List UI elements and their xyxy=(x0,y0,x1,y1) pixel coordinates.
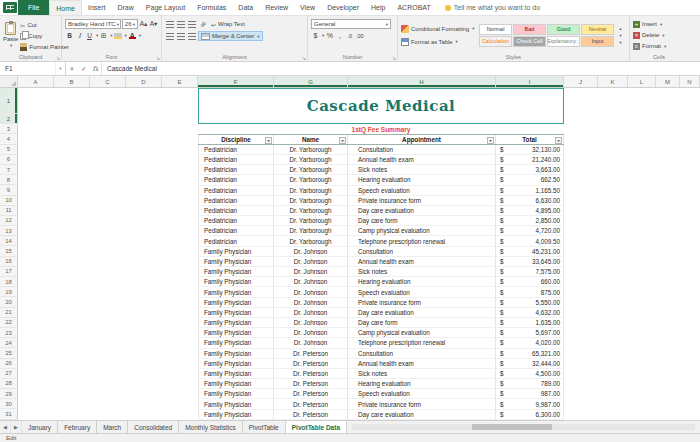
cell-total[interactable]: $ 1,635.00 xyxy=(496,318,564,327)
cell-discipline[interactable]: Family Physician xyxy=(198,287,274,296)
tell-me-box[interactable]: Tell me what you want to do xyxy=(445,0,540,15)
cell-total[interactable]: $ 65,321.00 xyxy=(496,349,564,358)
increase-font-size-button[interactable]: A▴ xyxy=(139,20,148,29)
cell-discipline[interactable]: Family Physician xyxy=(198,328,274,337)
cell-appointment[interactable]: Annual health exam xyxy=(348,155,496,164)
ribbon-tab-data[interactable]: Data xyxy=(232,0,259,15)
font-size-combo[interactable]: 26 ▾ xyxy=(122,19,138,29)
cell-appointment[interactable]: Annual health exam xyxy=(348,257,496,266)
cell-style-explanatory[interactable]: Explanatory... xyxy=(547,36,580,47)
cell-appointment[interactable]: Speech evaluation xyxy=(348,186,496,195)
table-row[interactable]: Pediatrician Dr. Yarborough Sick notes $… xyxy=(198,165,564,175)
select-all-corner[interactable] xyxy=(0,76,18,87)
cell-name[interactable]: Dr. Peterson xyxy=(274,369,348,378)
cell-name[interactable]: Dr. Johnson xyxy=(274,308,348,317)
merge-center-button[interactable]: Merge & Center ▾ xyxy=(198,31,263,41)
italic-button[interactable]: I xyxy=(75,31,84,40)
align-right-button[interactable] xyxy=(187,32,196,41)
ribbon-tab-file[interactable]: File xyxy=(18,0,49,15)
cell-appointment[interactable]: Camp physical evaluation xyxy=(348,328,496,337)
cell-discipline[interactable]: Family Physician xyxy=(198,277,274,286)
header-appointment[interactable]: Appointment xyxy=(348,135,496,143)
table-row[interactable]: Family Physician Dr. Johnson Consultatio… xyxy=(198,247,564,257)
cell-name[interactable]: Dr. Yarborough xyxy=(274,155,348,164)
cell-discipline[interactable]: Family Physician xyxy=(198,399,274,408)
number-format-combo[interactable]: General ▾ xyxy=(311,19,391,29)
row-header[interactable]: 13 xyxy=(0,226,17,236)
horizontal-scrollbar-thumb[interactable] xyxy=(472,424,552,430)
cell-name[interactable]: Dr. Peterson xyxy=(274,379,348,388)
table-row[interactable]: Family Physician Dr. Peterson Annual hea… xyxy=(198,359,564,369)
column-header[interactable]: K xyxy=(598,76,628,87)
cell-discipline[interactable]: Pediatrician xyxy=(198,236,274,245)
format-as-table-button[interactable]: Format as Table ▾ xyxy=(401,37,477,47)
cell-name[interactable]: Dr. Johnson xyxy=(274,298,348,307)
cell-appointment[interactable]: Day care evaluation xyxy=(348,308,496,317)
cell-name[interactable]: Dr. Yarborough xyxy=(274,216,348,225)
column-header[interactable]: N xyxy=(680,76,700,87)
cell-total[interactable]: $ 662.50 xyxy=(496,175,564,184)
cell-appointment[interactable]: Day care form xyxy=(348,318,496,327)
ribbon-tab-review[interactable]: Review xyxy=(259,0,294,15)
header-discipline[interactable]: Discipline xyxy=(198,135,274,143)
row-header[interactable]: 25 xyxy=(0,348,17,358)
ribbon-tab-view[interactable]: View xyxy=(294,0,321,15)
conditional-formatting-button[interactable]: Conditional Formatting ▾ xyxy=(401,24,477,34)
insert-function-icon[interactable]: fx xyxy=(90,62,102,75)
cell-name[interactable]: Dr. Yarborough xyxy=(274,206,348,215)
align-left-button[interactable] xyxy=(165,32,174,41)
sheet-tab-january[interactable]: January xyxy=(22,421,58,433)
table-row[interactable]: Family Physician Dr. Peterson Sick notes… xyxy=(198,369,564,379)
ribbon-tab-formulas[interactable]: Formulas xyxy=(191,0,232,15)
cell-appointment[interactable]: Private insurance form xyxy=(348,196,496,205)
align-center-button[interactable] xyxy=(176,32,185,41)
wrap-text-button[interactable]: Wrap Text xyxy=(209,19,247,29)
sheet-tab-march[interactable]: March xyxy=(97,421,128,433)
cell-discipline[interactable]: Family Physician xyxy=(198,389,274,398)
cell-total[interactable]: $ 33,645.00 xyxy=(496,257,564,266)
sheet-tab-consolidated[interactable]: Consolidated xyxy=(128,421,179,433)
cell-total[interactable]: $ 987.00 xyxy=(496,389,564,398)
sheet-tab-pivottable-data[interactable]: PivotTable Data xyxy=(286,421,347,433)
table-row[interactable]: Family Physician Dr. Peterson Hearing ev… xyxy=(198,379,564,389)
table-row[interactable]: Family Physician Dr. Johnson Day care ev… xyxy=(198,308,564,318)
filter-dropdown-icon[interactable] xyxy=(555,137,562,144)
cell-discipline[interactable]: Family Physician xyxy=(198,308,274,317)
cell-total[interactable]: $ 5,550.00 xyxy=(496,298,564,307)
cell-total[interactable]: $ 4,720.00 xyxy=(496,226,564,235)
column-header[interactable]: D xyxy=(126,76,162,87)
cell-appointment[interactable]: Sick notes xyxy=(348,369,496,378)
font-dialog-launcher-icon[interactable]: ↘ xyxy=(156,55,160,61)
horizontal-scrollbar[interactable] xyxy=(352,424,695,430)
row-header[interactable]: 22 xyxy=(0,318,17,328)
cell-appointment[interactable]: Hearing evaluation xyxy=(348,175,496,184)
cell-name[interactable]: Dr. Yarborough xyxy=(274,226,348,235)
cell-total[interactable]: $ 32,444.00 xyxy=(496,359,564,368)
cell-name[interactable]: Dr. Peterson xyxy=(274,399,348,408)
chevron-down-icon[interactable]: ▾ xyxy=(125,33,127,38)
cell-discipline[interactable]: Family Physician xyxy=(198,257,274,266)
cell-name[interactable]: Dr. Yarborough xyxy=(274,236,348,245)
ribbon-tab-developer[interactable]: Developer xyxy=(321,0,365,15)
cell-total[interactable]: $ 1,165.50 xyxy=(496,186,564,195)
column-header[interactable]: C xyxy=(90,76,126,87)
align-top-button[interactable] xyxy=(165,20,174,29)
table-row[interactable]: Family Physician Dr. Peterson Day care e… xyxy=(198,410,564,420)
table-row[interactable]: Pediatrician Dr. Yarborough Day care eva… xyxy=(198,206,564,216)
cell-appointment[interactable]: Hearing evaluation xyxy=(348,277,496,286)
ribbon-tab-home[interactable]: Home xyxy=(49,0,82,15)
row-header[interactable]: 5 xyxy=(0,145,17,155)
cell-name[interactable]: Dr. Yarborough xyxy=(274,175,348,184)
cell-discipline[interactable]: Family Physician xyxy=(198,379,274,388)
font-name-combo[interactable]: Bradley Hand ITC ▾ xyxy=(65,19,121,29)
cell-total[interactable]: $ 4,895.00 xyxy=(496,206,564,215)
cell-total[interactable]: $ 5,697.00 xyxy=(496,328,564,337)
row-header[interactable]: 21 xyxy=(0,308,17,318)
cell-discipline[interactable]: Family Physician xyxy=(198,318,274,327)
cell-appointment[interactable]: Speech evaluation xyxy=(348,287,496,296)
row-header[interactable]: 18 xyxy=(0,277,17,287)
cell-total[interactable]: $ 6,300.00 xyxy=(496,410,564,419)
chevron-down-icon[interactable]: ▾ xyxy=(139,33,141,38)
table-row[interactable]: Family Physician Dr. Johnson Telephone p… xyxy=(198,338,564,348)
row-header[interactable]: 29 xyxy=(0,389,17,399)
